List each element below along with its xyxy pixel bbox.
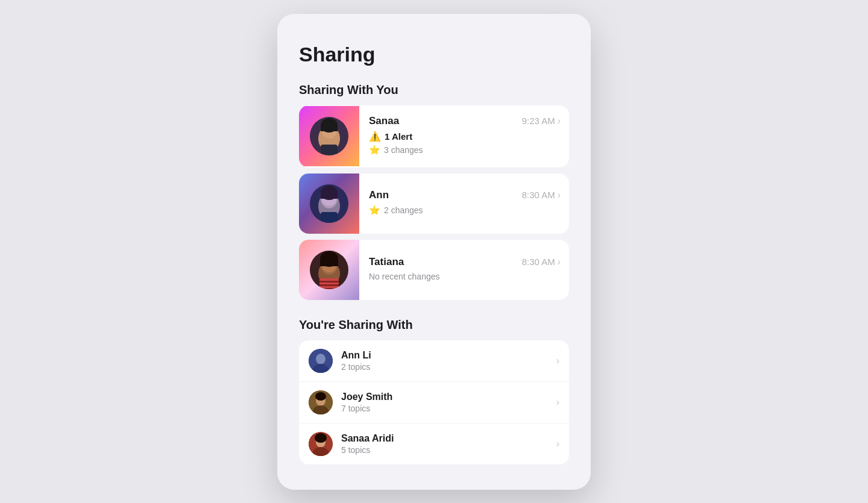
tatiana-time: 8:30 AM ›	[522, 257, 561, 267]
avatar-sanaa	[299, 106, 359, 166]
ann-star-icon: ⭐	[369, 205, 380, 216]
avatar-ann	[299, 173, 359, 234]
ann-time: 8:30 AM ›	[522, 190, 561, 201]
ann-li-info: Ann Li 2 topics	[341, 350, 556, 372]
sanaa-aridi-topics: 5 topics	[341, 445, 556, 455]
sanaa-aridi-info: Sanaa Aridi 5 topics	[341, 433, 556, 455]
sanaa-changes-badge: ⭐ 3 changes	[369, 145, 561, 155]
sharing-with-you-title: Sharing With You	[299, 83, 569, 97]
youre-sharing-with-list: Ann Li 2 topics › Joey Smith 7 topics ›	[299, 340, 569, 464]
avatar-tatiana	[299, 240, 359, 300]
joey-smith-chevron-icon: ›	[556, 397, 559, 408]
tatiana-card-content: Tatiana 8:30 AM › No recent changes	[359, 246, 569, 293]
ann-card-content: Ann 8:30 AM › ⭐ 2 changes	[359, 180, 569, 228]
svg-rect-11	[321, 212, 338, 223]
svg-point-31	[315, 433, 327, 443]
avatar-sanaa-aridi	[309, 432, 333, 456]
svg-point-27	[315, 392, 326, 401]
sanaa-aridi-name: Sanaa Aridi	[341, 433, 556, 444]
sanaa-chevron-icon: ›	[558, 116, 561, 127]
tatiana-name: Tatiana	[369, 256, 404, 268]
tatiana-no-changes-label: No recent changes	[369, 272, 440, 281]
joey-smith-info: Joey Smith 7 topics	[341, 392, 556, 413]
sanaa-changes-label: 3 changes	[384, 145, 423, 155]
ann-changes-badge: ⭐ 2 changes	[369, 205, 561, 216]
svg-rect-17	[319, 278, 339, 289]
ann-changes-label: 2 changes	[384, 205, 423, 215]
list-item-sanaa-aridi[interactable]: Sanaa Aridi 5 topics ›	[299, 423, 569, 464]
ann-name: Ann	[369, 189, 389, 201]
sanaa-card-content: Sanaa 9:23 AM › ⚠️ 1 Alert ⭐ 3 changes	[359, 105, 569, 167]
main-card: Sharing Sharing With You	[277, 14, 591, 490]
svg-rect-19	[319, 284, 339, 286]
sanaa-name: Sanaa	[369, 115, 399, 127]
svg-rect-18	[319, 281, 339, 283]
svg-point-22	[316, 354, 326, 364]
joey-smith-name: Joey Smith	[341, 392, 556, 402]
sharing-card-ann[interactable]: Ann 8:30 AM › ⭐ 2 changes	[299, 173, 569, 234]
alert-triangle-icon: ⚠️	[369, 131, 381, 142]
sanaa-aridi-chevron-icon: ›	[556, 439, 559, 449]
ann-li-chevron-icon: ›	[556, 355, 559, 366]
sharing-card-tatiana[interactable]: Tatiana 8:30 AM › No recent changes	[299, 240, 569, 300]
tatiana-chevron-icon: ›	[558, 257, 561, 267]
sanaa-alert-label: 1 Alert	[385, 131, 412, 142]
youre-sharing-with-title: You're Sharing With	[299, 318, 569, 332]
list-item-ann-li[interactable]: Ann Li 2 topics ›	[299, 340, 569, 382]
sanaa-alert-badge: ⚠️ 1 Alert	[369, 131, 561, 142]
svg-rect-10	[321, 193, 338, 199]
ann-li-name: Ann Li	[341, 350, 556, 361]
avatar-joey-smith	[309, 390, 333, 414]
sanaa-star-icon: ⭐	[369, 145, 380, 155]
joey-smith-topics: 7 topics	[341, 404, 556, 413]
avatar-ann-li	[309, 349, 333, 373]
sharing-with-you-list: Sanaa 9:23 AM › ⚠️ 1 Alert ⭐ 3 changes	[299, 105, 569, 300]
svg-rect-4	[321, 125, 338, 131]
sanaa-time: 9:23 AM ›	[522, 116, 561, 127]
page-title: Sharing	[299, 43, 569, 66]
tatiana-no-changes: No recent changes	[369, 272, 561, 281]
svg-rect-5	[321, 145, 338, 155]
svg-rect-16	[320, 259, 338, 266]
sharing-card-sanaa[interactable]: Sanaa 9:23 AM › ⚠️ 1 Alert ⭐ 3 changes	[299, 105, 569, 167]
ann-li-topics: 2 topics	[341, 362, 556, 372]
svg-rect-20	[319, 288, 339, 289]
ann-chevron-icon: ›	[558, 190, 561, 201]
list-item-joey-smith[interactable]: Joey Smith 7 topics ›	[299, 382, 569, 423]
